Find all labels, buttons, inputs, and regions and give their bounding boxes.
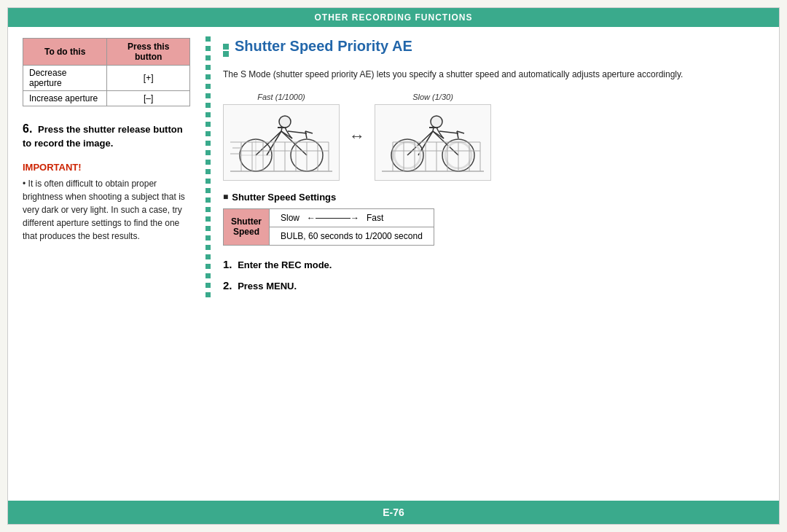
- images-area: Fast (1/1000): [223, 93, 764, 181]
- svg-line-38: [433, 128, 434, 131]
- table-col1-header: To do this: [23, 39, 107, 66]
- important-section: IMPORTANT! • It is often difficult to ob…: [23, 162, 190, 243]
- important-text: • It is often difficult to obtain proper…: [23, 177, 190, 243]
- shutter-table: ShutterSpeed Slow ←————→ Fast BULB, 60 s…: [223, 208, 434, 246]
- shutter-range-row2: BULB, 60 seconds to 1/2000 second: [270, 227, 434, 245]
- dot: [205, 245, 211, 250]
- table-cell-action2: Increase aperture: [23, 91, 107, 106]
- dot: [205, 235, 211, 240]
- dot: [205, 160, 211, 165]
- aperture-table: To do this Press this button Decrease ap…: [23, 38, 190, 106]
- shutter-header-cell: ShutterSpeed: [224, 208, 270, 245]
- step2-number: 2.: [223, 279, 232, 292]
- slow-bike-illustration: [375, 104, 491, 181]
- fast-caption: Fast (1/1000): [257, 93, 305, 101]
- dot: [205, 254, 211, 259]
- left-column: To do this Press this button Decrease ap…: [8, 27, 201, 501]
- footer-bar: E-76: [8, 501, 779, 524]
- shutter-range-row1: Slow ←————→ Fast: [270, 208, 434, 227]
- dot: [205, 207, 211, 212]
- svg-line-36: [457, 131, 458, 138]
- slow-image-block: Slow (1/30): [375, 93, 491, 181]
- svg-line-40: [439, 131, 458, 133]
- title-accent: [223, 44, 229, 57]
- dot: [205, 112, 211, 117]
- step2-text: Press MENU.: [238, 281, 297, 292]
- svg-point-39: [431, 116, 442, 128]
- important-label: IMPORTANT!: [23, 162, 190, 173]
- dot: [205, 55, 211, 60]
- step1: 1. Enter the REC mode.: [223, 257, 764, 272]
- dot: [205, 273, 211, 278]
- main-content: To do this Press this button Decrease ap…: [8, 27, 779, 501]
- comparison-arrow: ↔: [345, 127, 369, 146]
- dot: [205, 150, 211, 155]
- dot: [205, 74, 211, 79]
- dot: [205, 226, 211, 231]
- settings-title: Shutter Speed Settings: [223, 192, 764, 203]
- page-number: E-76: [383, 506, 404, 518]
- numbered-steps: 1. Enter the REC mode. 2. Press MENU.: [223, 257, 764, 293]
- dot: [205, 103, 211, 108]
- svg-line-7: [305, 131, 307, 138]
- dots-divider: [201, 27, 214, 501]
- fast-bike-illustration: [223, 104, 340, 181]
- step6-heading: 6. Press the shutter release button to r…: [23, 121, 190, 151]
- title-accent-sq1: [223, 44, 229, 50]
- dot: [205, 197, 211, 203]
- page-container: OTHER RECORDING FUNCTIONS To do this Pre…: [7, 7, 780, 525]
- header-bar: OTHER RECORDING FUNCTIONS: [8, 8, 779, 27]
- dot: [205, 122, 211, 127]
- svg-line-11: [288, 131, 307, 133]
- dot: [205, 46, 211, 51]
- fast-bike-svg: [227, 106, 336, 179]
- dot: [205, 264, 211, 269]
- svg-point-10: [279, 116, 291, 128]
- table-cell-action1: Decrease aperture: [23, 66, 107, 91]
- title-accent-sq2: [223, 51, 229, 57]
- svg-line-9: [281, 128, 282, 131]
- step6-text: Press the shutter release button to reco…: [23, 124, 183, 149]
- dot: [205, 188, 211, 193]
- dot: [205, 36, 211, 42]
- dot: [205, 179, 211, 184]
- dot: [205, 216, 211, 222]
- table-cell-button2: [–]: [107, 91, 190, 106]
- table-cell-button1: [+]: [107, 66, 190, 91]
- right-column: Shutter Speed Priority AE The S Mode (sh…: [214, 27, 779, 501]
- section-desc: The S Mode (shutter speed priority AE) l…: [223, 68, 764, 82]
- dot: [205, 283, 211, 288]
- table-row: Increase aperture [–]: [23, 91, 190, 106]
- settings-section: Shutter Speed Settings ShutterSpeed Slow…: [223, 192, 764, 246]
- slow-bike-svg: [378, 106, 488, 179]
- shutter-table-row1: ShutterSpeed Slow ←————→ Fast: [224, 208, 434, 227]
- dot: [205, 169, 211, 174]
- step6-number: 6.: [23, 122, 32, 135]
- fast-image-block: Fast (1/1000): [223, 93, 340, 181]
- table-row: Decrease aperture [+]: [23, 66, 190, 91]
- dot: [205, 131, 211, 136]
- step1-number: 1.: [223, 258, 232, 270]
- dot: [205, 65, 211, 70]
- table-col2-header: Press this button: [107, 39, 190, 66]
- title-wrapper: Shutter Speed Priority AE: [223, 38, 764, 62]
- dot: [205, 93, 211, 98]
- slow-caption: Slow (1/30): [412, 93, 453, 101]
- step2: 2. Press MENU.: [223, 278, 764, 293]
- header-title: OTHER RECORDING FUNCTIONS: [315, 12, 473, 23]
- section-title: Shutter Speed Priority AE: [235, 38, 412, 55]
- dot: [205, 292, 211, 297]
- dot: [205, 84, 211, 89]
- fast-label: Fast: [367, 213, 383, 223]
- slow-label: Slow: [281, 213, 299, 223]
- step1-text: Enter the REC mode.: [238, 259, 332, 270]
- dot: [205, 141, 211, 146]
